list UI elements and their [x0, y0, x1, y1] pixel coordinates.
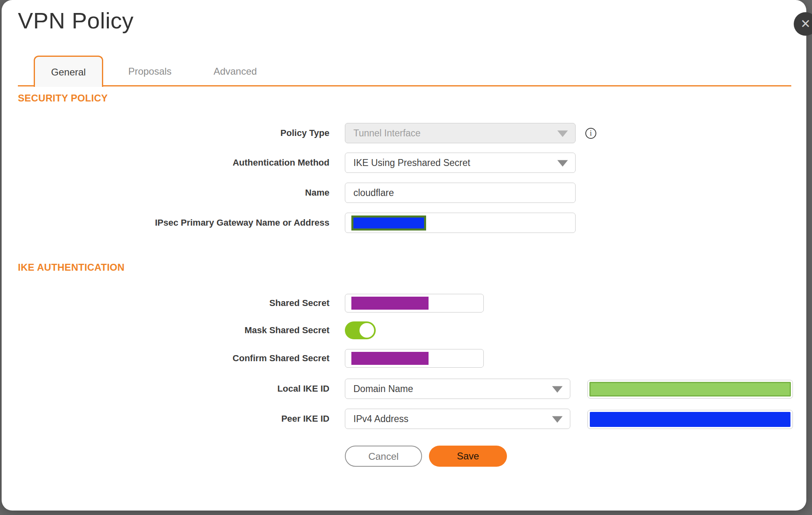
- shared-secret-redaction: [351, 297, 429, 310]
- info-icon-glyph: i: [590, 129, 592, 137]
- local-ike-id-value: Domain Name: [353, 384, 413, 394]
- policy-type-label: Policy Type: [18, 127, 329, 139]
- tab-advanced-label: Advanced: [214, 66, 257, 77]
- tab-proposals[interactable]: Proposals: [115, 66, 184, 77]
- gateway-label: IPsec Primary Gateway Name or Address: [18, 217, 329, 229]
- tab-general[interactable]: General: [34, 56, 103, 87]
- shared-secret-label: Shared Secret: [18, 297, 329, 309]
- section-ike-authentication: IKE AUTHENTICATION: [18, 262, 125, 273]
- chevron-down-icon: [557, 160, 568, 167]
- auth-method-value: IKE Using Preshared Secret: [353, 157, 470, 168]
- dialog-title: VPN Policy: [18, 7, 134, 34]
- auth-method-label: Authentication Method: [18, 157, 329, 169]
- shared-secret-input[interactable]: [345, 294, 484, 312]
- peer-ike-id-input[interactable]: [587, 410, 793, 429]
- confirm-shared-secret-label: Confirm Shared Secret: [18, 352, 329, 364]
- chevron-down-icon: [557, 131, 568, 137]
- peer-ike-id-select[interactable]: IPv4 Address: [345, 409, 570, 429]
- gateway-input[interactable]: [345, 213, 576, 233]
- auth-method-select[interactable]: IKE Using Preshared Secret: [345, 153, 576, 173]
- chevron-down-icon: [552, 386, 563, 393]
- tab-underline: [18, 85, 791, 86]
- tab-advanced[interactable]: Advanced: [201, 66, 270, 77]
- name-label: Name: [18, 187, 329, 199]
- local-ike-id-input[interactable]: [587, 380, 793, 399]
- tab-general-label: General: [51, 67, 86, 78]
- save-button[interactable]: Save: [429, 446, 507, 467]
- chevron-down-icon: [552, 416, 563, 423]
- toggle-knob: [359, 323, 374, 338]
- vpn-policy-dialog: VPN Policy General Proposals Advanced SE…: [2, 0, 806, 511]
- local-ike-id-label: Local IKE ID: [18, 383, 329, 395]
- cancel-button[interactable]: Cancel: [345, 446, 422, 467]
- local-ike-id-select[interactable]: Domain Name: [345, 379, 570, 399]
- section-security-policy: SECURITY POLICY: [18, 93, 108, 104]
- confirm-shared-secret-input[interactable]: [345, 349, 484, 368]
- info-icon[interactable]: i: [585, 128, 596, 139]
- policy-type-value: Tunnel Interface: [353, 128, 420, 139]
- confirm-shared-secret-redaction: [351, 352, 429, 365]
- name-value: cloudflare: [353, 187, 394, 198]
- gateway-redaction: [351, 215, 426, 231]
- peer-ike-id-redaction: [590, 412, 790, 427]
- peer-ike-id-label: Peer IKE ID: [18, 413, 329, 425]
- close-icon: ✕: [800, 17, 810, 30]
- tab-proposals-label: Proposals: [128, 66, 172, 77]
- local-ike-id-redaction: [589, 382, 791, 396]
- peer-ike-id-value: IPv4 Address: [353, 414, 409, 424]
- name-input[interactable]: cloudflare: [345, 183, 576, 203]
- policy-type-select: Tunnel Interface: [345, 123, 576, 143]
- mask-shared-secret-toggle[interactable]: [345, 321, 376, 339]
- mask-shared-secret-label: Mask Shared Secret: [18, 324, 329, 336]
